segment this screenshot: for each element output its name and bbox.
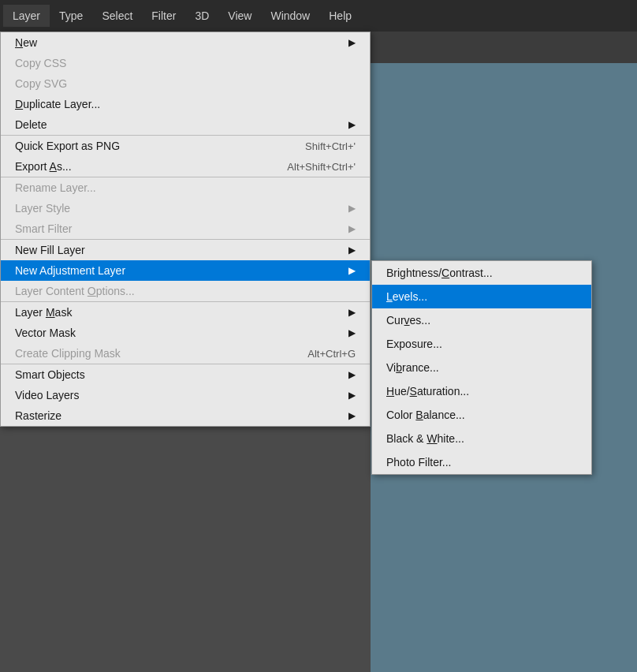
menu-rasterize-arrow: ▶ [348,410,356,421]
menu-copy-svg-label: Copy SVG [15,77,356,90]
menu-video-layers-arrow: ▶ [348,390,356,401]
menu-new-arrow: ▶ [348,37,356,48]
menu-smart-filter-arrow: ▶ [348,223,356,234]
menu-quick-export[interactable]: Quick Export as PNG Shift+Ctrl+' [1,135,370,156]
menu-layer-content-options-label: Layer Content Options... [15,285,356,297]
menu-quick-export-label: Quick Export as PNG [15,140,281,152]
menu-export-as[interactable]: Export As... Alt+Shift+Ctrl+' [1,156,370,177]
menu-new-adjustment-layer-arrow: ▶ [348,265,356,276]
submenu-levels[interactable]: Levels... [372,285,591,308]
submenu-hue-saturation-label: Hue/Saturation... [386,385,469,398]
menu-item-view[interactable]: View [218,5,261,27]
submenu-color-balance-label: Color Balance... [386,409,465,421]
menu-layer-style-arrow: ▶ [348,203,356,214]
menu-smart-filter-label: Smart Filter [15,222,342,235]
menu-new-adjustment-layer-label: New Adjustment Layer [15,264,342,277]
menu-rename-layer[interactable]: Rename Layer... [1,177,370,198]
menu-item-window[interactable]: Window [261,5,319,27]
submenu-black-white-label: Black & White... [386,432,464,445]
menu-rename-layer-label: Rename Layer... [15,181,356,194]
menu-rasterize[interactable]: Rasterize ▶ [1,405,370,426]
submenu-brightness-contrast[interactable]: Brightness/Contrast... [372,261,591,285]
menu-vector-mask-label: Vector Mask [15,327,342,339]
menu-rasterize-label: Rasterize [15,409,342,422]
submenu-color-balance[interactable]: Color Balance... [372,403,591,427]
menu-item-3d[interactable]: 3D [185,5,218,27]
menu-new-fill-layer[interactable]: New Fill Layer ▶ [1,239,370,260]
menu-smart-filter[interactable]: Smart Filter ▶ [1,218,370,239]
menu-layer-style[interactable]: Layer Style ▶ [1,198,370,218]
submenu-vibrance[interactable]: Vibrance... [372,356,591,379]
menu-vector-mask[interactable]: Vector Mask ▶ [1,323,370,343]
menu-duplicate-layer[interactable]: Duplicate Layer... [1,94,370,114]
menu-create-clipping-mask[interactable]: Create Clipping Mask Alt+Ctrl+G [1,343,370,364]
menu-new-fill-layer-label: New Fill Layer [15,244,342,256]
menu-smart-objects-arrow: ▶ [348,369,356,380]
menu-item-filter[interactable]: Filter [142,5,185,27]
menu-new[interactable]: New ▶ [1,32,370,53]
menu-bar: Layer Type Select Filter 3D View Window … [0,0,637,32]
menu-new-label: New [15,36,342,49]
submenu-vibrance-label: Vibrance... [386,361,439,374]
menu-video-layers[interactable]: Video Layers ▶ [1,385,370,405]
menu-duplicate-layer-label: Duplicate Layer... [15,98,356,110]
submenu-exposure-label: Exposure... [386,338,442,350]
menu-smart-objects[interactable]: Smart Objects ▶ [1,364,370,385]
submenu-curves-label: Curves... [386,314,430,327]
menu-create-clipping-mask-shortcut: Alt+Ctrl+G [307,348,356,360]
menu-new-fill-layer-arrow: ▶ [348,245,356,256]
menu-layer-content-options[interactable]: Layer Content Options... [1,281,370,301]
menu-layer-mask-arrow: ▶ [348,307,356,318]
menu-new-adjustment-layer[interactable]: New Adjustment Layer ▶ Brightness/Contra… [1,260,370,281]
submenu-exposure[interactable]: Exposure... [372,332,591,356]
menu-export-as-label: Export As... [15,160,263,173]
menu-layer-style-label: Layer Style [15,202,342,215]
menu-smart-objects-label: Smart Objects [15,368,342,381]
menu-copy-css-label: Copy CSS [15,57,356,69]
menu-copy-css[interactable]: Copy CSS [1,53,370,73]
menu-copy-svg[interactable]: Copy SVG [1,73,370,94]
menu-item-layer[interactable]: Layer [3,5,50,27]
menu-export-as-shortcut: Alt+Shift+Ctrl+' [287,161,356,173]
layer-dropdown-menu: New ▶ Copy CSS Copy SVG Duplicate Layer.… [0,32,371,427]
menu-delete-arrow: ▶ [348,119,356,130]
menu-delete-label: Delete [15,118,342,131]
submenu-photo-filter[interactable]: Photo Filter... [372,450,591,474]
menu-item-help[interactable]: Help [319,5,361,27]
menu-item-type[interactable]: Type [50,5,92,27]
submenu-black-white[interactable]: Black & White... [372,427,591,450]
submenu-photo-filter-label: Photo Filter... [386,456,451,469]
submenu-levels-label: Levels... [386,290,427,303]
new-adjustment-layer-submenu: Brightness/Contrast... Levels... Curves.… [371,260,592,475]
submenu-hue-saturation[interactable]: Hue/Saturation... [372,379,591,403]
menu-layer-mask[interactable]: Layer Mask ▶ [1,301,370,323]
menu-vector-mask-arrow: ▶ [348,327,356,338]
menu-item-select[interactable]: Select [92,5,142,27]
submenu-curves[interactable]: Curves... [372,308,591,332]
menu-video-layers-label: Video Layers [15,389,342,401]
submenu-brightness-contrast-label: Brightness/Contrast... [386,267,493,279]
menu-quick-export-shortcut: Shift+Ctrl+' [305,140,356,152]
menu-layer-mask-label: Layer Mask [15,306,342,319]
menu-create-clipping-mask-label: Create Clipping Mask [15,347,284,360]
menu-delete[interactable]: Delete ▶ [1,114,370,135]
